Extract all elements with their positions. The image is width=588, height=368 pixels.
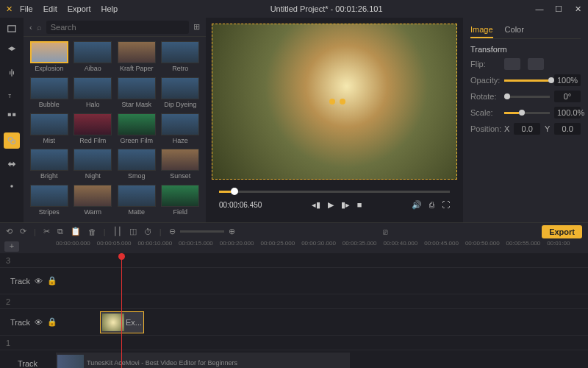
split-button[interactable]: ⎮⎮ bbox=[113, 227, 122, 236]
render-icon[interactable]: ⎚ bbox=[383, 227, 388, 236]
undo-button[interactable]: ⟲ bbox=[6, 227, 12, 236]
effect-thumb[interactable]: Kraft Paper bbox=[115, 41, 158, 74]
zoom-slider[interactable] bbox=[180, 230, 224, 233]
effect-name: Dip Dyeing bbox=[164, 101, 196, 108]
zoom-in-button[interactable]: ⊕ bbox=[229, 227, 235, 236]
effects-icon[interactable] bbox=[4, 132, 20, 149]
effect-thumb[interactable]: Red Film bbox=[72, 113, 115, 146]
ruler-tick: 00:00:25.000 bbox=[260, 240, 301, 253]
scrub-bar[interactable] bbox=[212, 185, 457, 197]
next-frame-button[interactable]: ▮▸ bbox=[341, 200, 350, 210]
grid-view-icon[interactable]: ⊞ bbox=[193, 22, 200, 32]
effect-thumb[interactable]: Aibao bbox=[72, 41, 115, 74]
preview-canvas[interactable] bbox=[212, 24, 457, 180]
text-icon[interactable]: T bbox=[5, 88, 18, 102]
svg-point-5 bbox=[10, 185, 13, 188]
export-button[interactable]: Export bbox=[542, 225, 582, 238]
zoom-out-button[interactable]: ⊖ bbox=[169, 227, 176, 236]
effect-name: Aibao bbox=[85, 65, 101, 72]
snapshot-icon[interactable]: ⎙ bbox=[429, 200, 434, 210]
opacity-value[interactable]: 100% bbox=[554, 74, 581, 86]
effect-thumb[interactable]: Green Film bbox=[115, 113, 158, 146]
effect-thumb[interactable]: Sunset bbox=[159, 149, 202, 182]
search-input[interactable] bbox=[46, 21, 189, 34]
effect-thumb[interactable]: Warm bbox=[72, 185, 115, 218]
clip-label: Ex... bbox=[126, 318, 142, 327]
minimize-button[interactable]: — bbox=[535, 4, 544, 14]
search-icon: ⌕ bbox=[37, 23, 42, 32]
prev-frame-button[interactable]: ◂▮ bbox=[312, 200, 320, 210]
tab-color[interactable]: Color bbox=[505, 22, 524, 38]
timeline-clip[interactable]: Ex... bbox=[100, 311, 144, 333]
rotate-value[interactable]: 0° bbox=[554, 91, 581, 102]
transitions-icon[interactable] bbox=[5, 158, 18, 171]
effect-thumb[interactable]: Mist bbox=[28, 113, 71, 146]
track-visibility-icon[interactable]: 👁 bbox=[35, 277, 43, 286]
fullscreen-icon[interactable]: ⛶ bbox=[442, 200, 450, 210]
maximize-button[interactable]: ☐ bbox=[554, 4, 563, 14]
delete-button[interactable]: 🗑 bbox=[88, 227, 96, 236]
effect-thumb[interactable]: Dip Dyeing bbox=[159, 77, 202, 110]
scale-slider[interactable] bbox=[504, 112, 550, 114]
ruler-tick: 00:00:00.000 bbox=[56, 240, 97, 253]
svg-rect-1 bbox=[8, 113, 11, 116]
ruler-tick: 00:00:10.000 bbox=[137, 240, 179, 253]
templates-icon[interactable] bbox=[5, 110, 18, 124]
effect-thumb[interactable]: Bubble bbox=[28, 77, 71, 110]
crop-button[interactable]: ◫ bbox=[129, 227, 137, 236]
menu-file[interactable]: File bbox=[20, 4, 33, 13]
media-icon[interactable] bbox=[5, 22, 18, 35]
effect-thumb[interactable]: Explosion bbox=[28, 41, 71, 74]
effect-thumb[interactable]: Matte bbox=[115, 185, 158, 218]
effect-name: Sunset bbox=[170, 172, 190, 180]
effect-thumb[interactable]: Bright bbox=[28, 149, 71, 182]
time-ruler[interactable]: + 00:00:00.00000:00:05.00000:00:10.00000… bbox=[0, 240, 588, 253]
redo-button[interactable]: ⟳ bbox=[20, 227, 26, 236]
effect-thumb[interactable]: Star Mask bbox=[115, 77, 158, 110]
menu-help[interactable]: Help bbox=[101, 4, 118, 13]
effect-thumb[interactable]: Stripes bbox=[28, 185, 71, 218]
menu-export[interactable]: Export bbox=[68, 4, 91, 13]
copy-button[interactable]: ⧉ bbox=[57, 227, 63, 236]
ruler-tick: 00:00:20.000 bbox=[220, 240, 261, 253]
scale-label: Scale: bbox=[470, 108, 500, 117]
speed-button[interactable]: ⏱ bbox=[144, 227, 152, 236]
settings-icon[interactable] bbox=[5, 180, 18, 193]
paste-button[interactable]: 📋 bbox=[71, 227, 81, 236]
effect-thumb[interactable]: Night bbox=[72, 149, 115, 182]
effect-thumb[interactable]: Field bbox=[159, 185, 202, 218]
current-time: 00:00:06.450 bbox=[219, 201, 262, 209]
effect-thumb[interactable]: Smog bbox=[115, 149, 158, 182]
menu-edit[interactable]: Edit bbox=[43, 4, 57, 13]
svg-point-4 bbox=[11, 140, 15, 144]
track-visibility-icon[interactable]: 👁 bbox=[35, 318, 43, 327]
timeline: + 00:00:00.00000:00:05.00000:00:10.00000… bbox=[0, 240, 588, 368]
position-y-value[interactable]: 0.0 bbox=[554, 123, 581, 135]
playhead[interactable] bbox=[121, 253, 122, 368]
clip-label: TunesKit AceMovi - Best Video Editor for… bbox=[87, 359, 237, 367]
scale-value[interactable]: 100.0% bbox=[554, 107, 581, 118]
add-track-button[interactable]: + bbox=[4, 241, 19, 252]
effect-thumb[interactable]: Haze bbox=[159, 113, 202, 146]
rotate-slider[interactable] bbox=[504, 96, 550, 98]
effect-thumb[interactable]: Halo bbox=[72, 77, 115, 110]
volume-icon[interactable]: 🔊 bbox=[412, 200, 422, 210]
back-icon[interactable]: ‹ bbox=[29, 23, 32, 32]
play-button[interactable]: ▶ bbox=[328, 200, 334, 210]
timeline-clip[interactable]: TunesKit AceMovi - Best Video Editor for… bbox=[56, 353, 350, 368]
position-x-value[interactable]: 0.0 bbox=[514, 123, 540, 135]
sidebar: T bbox=[0, 18, 24, 222]
audio-icon[interactable] bbox=[5, 66, 18, 79]
close-button[interactable]: ✕ bbox=[573, 4, 582, 14]
layers-icon[interactable] bbox=[5, 44, 18, 57]
flip-horizontal-button[interactable] bbox=[504, 58, 520, 70]
effects-grid: ExplosionAibaoKraft PaperRetroBubbleHalo… bbox=[24, 37, 206, 222]
tab-image[interactable]: Image bbox=[470, 22, 493, 38]
ruler-tick: 00:00:55.000 bbox=[506, 240, 548, 253]
effect-thumb[interactable]: Retro bbox=[159, 41, 202, 74]
stop-button[interactable]: ■ bbox=[357, 200, 362, 210]
opacity-slider[interactable] bbox=[504, 79, 550, 82]
flip-vertical-button[interactable] bbox=[528, 58, 544, 70]
effect-name: Star Mask bbox=[121, 101, 151, 108]
cut-button[interactable]: ✂ bbox=[43, 227, 50, 236]
